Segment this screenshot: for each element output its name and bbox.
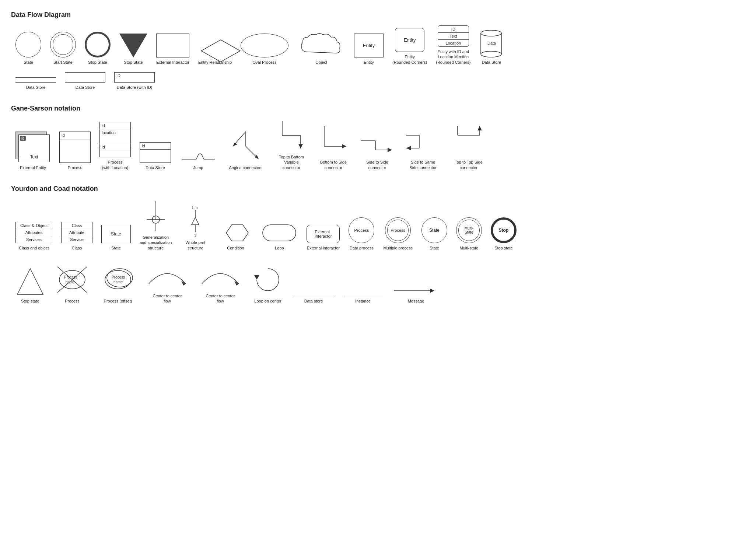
entity-id-row: ID [438, 26, 469, 33]
gs-process-loc-label: Process(with Location) [102, 160, 129, 170]
yc-shape-multi-process: Process Multiple process [383, 217, 412, 251]
shape-external-interactor: External Interactor [156, 34, 189, 65]
whole-part-svg: 1,m 1 [181, 204, 210, 238]
data-store-cyl-label: Data Store [482, 60, 501, 65]
yc-shape-class-obj: Class-&-Object Attributes Services Class… [15, 222, 52, 251]
center-flow2-label: Center to centerflow [206, 293, 235, 304]
ext-int-label: External interactor [307, 245, 340, 251]
shape-entity-relationship: Entity Relationship [198, 39, 232, 65]
gs-shape-process: id Process [59, 132, 91, 170]
process-star-svg-wrap: Process name [54, 263, 91, 296]
data-store-line2-shape [293, 296, 334, 296]
yc-shape-center-flow2: Center to centerflow [198, 262, 242, 304]
yc-shape-stop-tri: Stop state [15, 267, 45, 304]
gs-proc-loc-loc: location [100, 129, 130, 144]
gs-ds-body [140, 150, 171, 162]
center-flow2-svg-wrap [198, 262, 242, 291]
shape-entity-with-id: ID Text Location Entity with ID andLocat… [436, 25, 470, 65]
shape-entity: Entity Entity [354, 34, 384, 65]
yc-co-row3: Services [16, 236, 52, 243]
yc-shape-loop-center: Loop on center [251, 263, 284, 304]
entity-rounded-label: Entity(Rounded Corners) [392, 54, 427, 65]
yc-cl-row1: Class [62, 222, 92, 229]
bottom-side-label: Bottom to Sideconnector [320, 160, 347, 170]
shape-data-store-cyl: Data Data Store [479, 28, 503, 65]
gen-spec-label: Generalizationand specializationstructur… [140, 235, 172, 251]
svg-marker-31 [477, 126, 482, 130]
side-same-label: Side to SameSide connector [409, 160, 436, 170]
yc-shape-message: Message [392, 278, 440, 304]
loop-label: Loop [275, 245, 284, 251]
shape-oval-process: Oval Process [241, 34, 288, 65]
svg-marker-58 [430, 289, 434, 293]
gen-spec-svg [141, 199, 171, 232]
entity-box-shape: Entity [354, 34, 384, 57]
gs-proc-loc-id: id [100, 122, 130, 129]
top-bottom-svg-wrap [275, 119, 308, 152]
yc-row1: Class-&-Object Attributes Services Class… [11, 199, 745, 254]
yc-shape-class: Class Attribute Service Class [61, 222, 92, 251]
yc-class-obj-label: Class and object [19, 245, 49, 251]
state-label: State [24, 60, 33, 65]
external-interactor-rect [156, 34, 189, 57]
top-bottom-label: Top to BottomVariableconnector [279, 154, 304, 170]
gs-proc-loc-empty [100, 150, 130, 157]
data-store-id-label: Data Store (with ID) [117, 85, 153, 90]
svg-marker-10 [255, 155, 259, 159]
yc-shape-loop: Loop [261, 223, 298, 251]
data-store-lines-shape [15, 77, 56, 83]
yc-class-shape: Class Attribute Service [61, 222, 92, 243]
svg-point-1 [481, 30, 501, 36]
gs-row1: id Text External Entity id Process id lo… [11, 119, 745, 174]
object-label: Object [315, 60, 327, 65]
yc-shape-process-star: Process name Process [54, 263, 91, 304]
data-store-box-label: Data Store [76, 85, 95, 90]
svg-text:1: 1 [194, 234, 196, 238]
yc-shape-data-store: Data store [293, 281, 334, 304]
yc-shape-data-process: Process Data process [349, 217, 374, 251]
yc-section: Yourdon and Coad notation Class-&-Object… [11, 185, 745, 307]
yc-data-store-label: Data store [304, 298, 323, 304]
dfd-row2: Data Store Data Store ID Data Store (wit… [11, 72, 745, 94]
cloud-shape [297, 32, 345, 57]
gs-title: Gane-Sarson notation [11, 105, 745, 112]
multi-process-label: Multiple process [383, 245, 412, 251]
stop-state-circle [85, 32, 111, 57]
data-store-box-shape [65, 72, 105, 83]
yc-class-obj-shape: Class-&-Object Attributes Services [15, 222, 52, 243]
shape-data-store-box: Data Store [65, 72, 105, 90]
side-same-svg-wrap [405, 124, 441, 157]
gs-datastore-shape: id [140, 142, 171, 163]
yc-shape-process-offset: Process name Process (offset) [99, 263, 136, 304]
yc-shape-multistate: Multi-State Multi-state [456, 217, 482, 251]
gs-shape-angled: Angled connectors [225, 130, 266, 170]
yc-message-label: Message [408, 298, 424, 304]
yc-shape-stop-state: Stop Stop state [491, 217, 517, 251]
yc-row2: Stop state Process name Process [11, 262, 745, 308]
svg-text:1,m: 1,m [192, 206, 198, 210]
data-store-id-shape: ID [114, 72, 155, 83]
yc-class-label: Class [72, 245, 82, 251]
stop-state-circ-label: Stop state [494, 245, 513, 251]
yc-shape-condition: Condition [219, 223, 252, 251]
gs-shape-side-same: Side to SameSide connector [405, 124, 441, 170]
data-process-label: Data process [350, 245, 374, 251]
multistate-text: Multi-State [465, 226, 473, 234]
side-side-svg-wrap [359, 124, 396, 157]
stop-tri-label: Stop state [21, 298, 39, 304]
yc-shape-instance: Instance [343, 281, 383, 304]
start-state-circle [50, 32, 76, 57]
multi-process-shape: Process [385, 217, 411, 243]
yc-title: Yourdon and Coad notation [11, 185, 745, 193]
start-state-label: Start State [53, 60, 73, 65]
process-offset-label: Process (offset) [104, 298, 132, 304]
gs-shape-side-side: Side to Sideconnector [359, 124, 396, 170]
svg-marker-19 [342, 144, 346, 148]
yc-cl-row2: Attribute [62, 229, 92, 236]
multistate-shape: Multi-State [456, 217, 482, 243]
bottom-side-svg-wrap [317, 124, 350, 157]
gs-ext-front: id Text [18, 134, 50, 162]
svg-marker-56 [254, 275, 259, 280]
gs-proc-loc-id2: id [100, 144, 130, 150]
loop-center-label: Loop on center [254, 298, 281, 304]
